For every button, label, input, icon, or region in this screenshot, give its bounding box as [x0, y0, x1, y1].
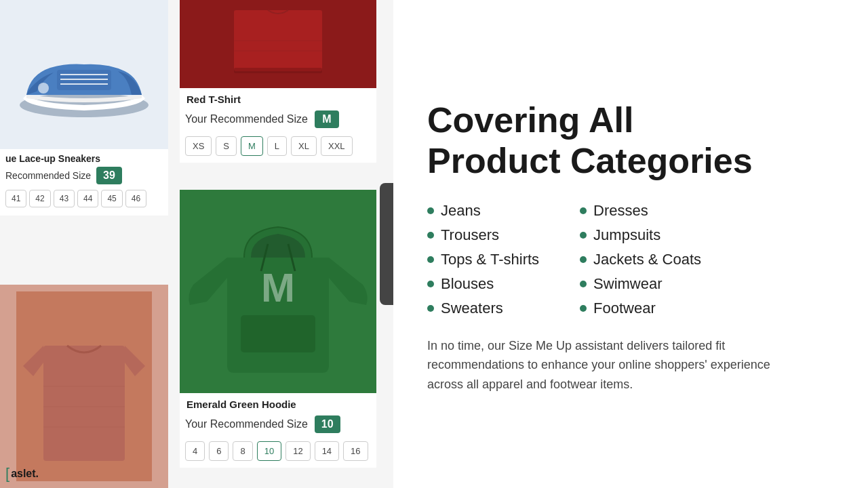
- hoodie-size-12[interactable]: 12: [285, 441, 310, 461]
- size-44[interactable]: 44: [77, 190, 98, 207]
- size-s[interactable]: S: [216, 136, 237, 156]
- size-41[interactable]: 41: [5, 190, 26, 207]
- svg-rect-17: [241, 315, 315, 352]
- title-line2: Product Categories: [427, 141, 753, 180]
- hoodie-size-options: 4 6 8 10 12 14 16: [180, 439, 376, 468]
- sneaker-rec-bar: Recommended Size 39: [5, 164, 163, 187]
- category-jackets-label: Jackets & Coats: [593, 251, 701, 268]
- size-xl[interactable]: XL: [291, 136, 317, 156]
- size-43[interactable]: 43: [54, 190, 75, 207]
- size-45[interactable]: 45: [101, 190, 122, 207]
- sneaker-name: ue Lace-up Sneakers: [5, 153, 163, 164]
- category-sweaters: Sweaters: [427, 300, 539, 317]
- category-tops-label: Tops & T-shirts: [441, 251, 539, 268]
- category-jeans-label: Jeans: [441, 202, 481, 220]
- hoodie-name: Emerald Green Hoodie: [180, 393, 376, 413]
- bullet-sweaters: [427, 305, 434, 312]
- categories-left-col: Jeans Trousers Tops & T-shirts Blouses S…: [427, 202, 539, 317]
- categories-grid: Jeans Trousers Tops & T-shirts Blouses S…: [427, 202, 834, 317]
- hoodie-size-16[interactable]: 16: [343, 441, 368, 461]
- bullet-jumpsuits: [580, 232, 587, 239]
- red-shirt-image: [180, 0, 376, 88]
- bullet-footwear: [580, 305, 587, 312]
- category-swimwear-label: Swimwear: [593, 275, 662, 293]
- categories-right-col: Dresses Jumpsuits Jackets & Coats Swimwe…: [580, 202, 701, 317]
- red-shirt-rec-size: M: [315, 110, 339, 128]
- logo-bracket: [: [5, 465, 9, 483]
- category-trousers: Trousers: [427, 226, 539, 244]
- category-blouses: Blouses: [427, 275, 539, 293]
- sneaker-rec-label: Recommended Size: [5, 170, 91, 181]
- category-jumpsuits-label: Jumpsuits: [593, 226, 660, 244]
- svg-point-5: [38, 83, 49, 94]
- bullet-jackets: [580, 256, 587, 263]
- hoodie-rec-bar: Your Recommended Size 10: [180, 413, 376, 439]
- bullet-dresses: [580, 207, 587, 214]
- brown-shirt-card: [0, 285, 168, 488]
- size-xs[interactable]: XS: [185, 136, 212, 156]
- logo-text: aslet.: [11, 468, 39, 480]
- category-jackets: Jackets & Coats: [580, 251, 701, 268]
- main-title: Covering All Product Categories: [427, 100, 834, 182]
- red-shirt-rec-bar: Your Recommended Size M: [180, 108, 376, 134]
- category-jeans: Jeans: [427, 202, 539, 220]
- logo: [ aslet.: [5, 465, 39, 483]
- category-footwear-label: Footwear: [593, 300, 656, 317]
- category-footwear: Footwear: [580, 300, 701, 317]
- category-jumpsuits: Jumpsuits: [580, 226, 701, 244]
- category-blouses-label: Blouses: [441, 275, 494, 293]
- category-sweaters-label: Sweaters: [441, 300, 503, 317]
- hoodie-size-6[interactable]: 6: [209, 441, 229, 461]
- sneaker-size-options: 41 42 43 44 45 46: [5, 187, 163, 211]
- red-shirt-name: Red T-Shirt: [180, 88, 376, 108]
- hoodie-size-4[interactable]: 4: [185, 441, 205, 461]
- category-dresses: Dresses: [580, 202, 701, 220]
- green-hoodie-card: M Emerald Green Hoodie Your Recommended …: [180, 190, 376, 468]
- svg-text:M: M: [261, 265, 295, 310]
- category-dresses-label: Dresses: [593, 202, 648, 220]
- red-shirt-size-options: XS S M L XL XXL: [180, 134, 376, 163]
- bullet-blouses: [427, 281, 434, 287]
- size-46[interactable]: 46: [125, 190, 146, 207]
- hoodie-rec-label: Your Recommended Size: [185, 418, 308, 430]
- bullet-swimwear: [580, 281, 587, 287]
- hoodie-size-10[interactable]: 10: [257, 441, 281, 461]
- category-swimwear: Swimwear: [580, 275, 701, 293]
- scroll-handle[interactable]: [380, 183, 393, 305]
- sneaker-info: ue Lace-up Sneakers Recommended Size 39 …: [0, 149, 168, 216]
- svg-rect-10: [234, 68, 322, 73]
- bullet-trousers: [427, 232, 434, 239]
- category-tops: Tops & T-shirts: [427, 251, 539, 268]
- bullet-jeans: [427, 207, 434, 214]
- right-panel: Covering All Product Categories Jeans Tr…: [393, 0, 868, 488]
- sneaker-rec-size: 39: [96, 167, 122, 184]
- size-42[interactable]: 42: [29, 190, 50, 207]
- product-cards: Red T-Shirt Your Recommended Size M XS S…: [0, 0, 393, 488]
- red-shirt-card: Red T-Shirt Your Recommended Size M XS S…: [180, 0, 376, 163]
- hoodie-image: M: [180, 190, 376, 393]
- hoodie-rec-size: 10: [315, 415, 340, 433]
- size-l[interactable]: L: [267, 136, 287, 156]
- size-m[interactable]: M: [241, 136, 263, 156]
- description-text: In no time, our Size Me Up assistant del…: [427, 336, 780, 394]
- svg-rect-12: [43, 346, 125, 461]
- hoodie-size-8[interactable]: 8: [233, 441, 252, 461]
- sneaker-image: [0, 0, 168, 149]
- bullet-tops: [427, 256, 434, 263]
- sneaker-image-card: [0, 0, 168, 149]
- title-line1: Covering All: [427, 100, 633, 140]
- category-trousers-label: Trousers: [441, 226, 499, 244]
- red-shirt-rec-label: Your Recommended Size: [185, 113, 308, 125]
- hoodie-size-14[interactable]: 14: [315, 441, 339, 461]
- left-panel: Red T-Shirt Your Recommended Size M XS S…: [0, 0, 393, 488]
- size-xxl[interactable]: XXL: [321, 136, 353, 156]
